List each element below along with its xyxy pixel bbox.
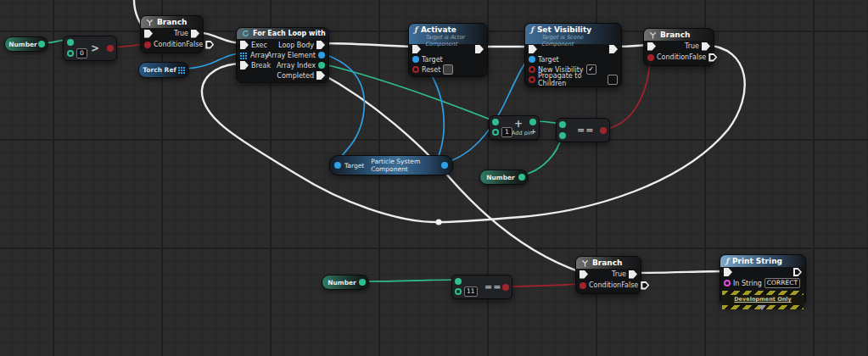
add-node[interactable]: 1 + Add pin +: [489, 115, 540, 140]
equals-node-1[interactable]: ==: [556, 118, 610, 142]
in-string-pin[interactable]: [724, 280, 731, 286]
exec-in-pin[interactable]: [529, 45, 537, 53]
int-input-b-pin[interactable]: [455, 288, 462, 295]
function-icon: ƒ: [414, 25, 417, 34]
true-exec-pin[interactable]: [629, 270, 637, 279]
condition-label: Condition: [657, 53, 689, 61]
completed-exec-pin[interactable]: [316, 71, 325, 80]
false-exec-pin[interactable]: [641, 281, 649, 290]
wire-int-number3-to-equals2[interactable]: [361, 280, 457, 281]
add-pin-plus-icon[interactable]: +: [530, 128, 536, 136]
exec-out-pin[interactable]: [475, 45, 484, 53]
int-input-a-pin[interactable]: [492, 119, 499, 125]
node-title: Activate: [421, 25, 456, 34]
int-input-b-pin[interactable]: [67, 50, 74, 57]
get-particle-system-component-node[interactable]: Target Particle System Component: [329, 155, 453, 175]
branch-icon: [581, 259, 589, 267]
exec-in-pin[interactable]: [240, 41, 249, 49]
int-input-a-pin[interactable]: [559, 121, 566, 128]
b-value-input[interactable]: 11: [464, 286, 478, 297]
greater-node[interactable]: 0 >: [63, 36, 117, 61]
propagate-pin[interactable]: [529, 76, 535, 83]
branch-node-2[interactable]: Branch True Condition False: [643, 28, 714, 66]
add-pin-label[interactable]: Add pin: [512, 130, 533, 136]
int-input-a-pin[interactable]: [455, 278, 462, 285]
wire-int-number2-to-equals1[interactable]: [521, 136, 562, 175]
bool-output-pin[interactable]: [502, 284, 509, 291]
target-pin[interactable]: [529, 56, 535, 63]
bool-output-pin[interactable]: [600, 127, 607, 134]
variable-torch-ref[interactable]: Torch Ref: [138, 62, 189, 78]
condition-pin[interactable]: [144, 42, 151, 48]
true-label: True: [174, 30, 188, 37]
int-output-pin[interactable]: [529, 119, 536, 125]
array-element-pin[interactable]: [318, 52, 325, 58]
exec-in-pin[interactable]: [580, 270, 588, 279]
bool-output-pin[interactable]: [107, 45, 114, 52]
true-label: True: [685, 42, 699, 50]
print-string-node[interactable]: ƒ Print String In StringCORRECT Developm…: [720, 254, 806, 305]
exec-in-pin[interactable]: [647, 42, 656, 51]
reset-pin[interactable]: [412, 66, 419, 73]
true-exec-pin[interactable]: [702, 42, 710, 51]
array-index-pin[interactable]: [318, 62, 325, 69]
expand-advanced-arrow-icon[interactable]: [758, 305, 766, 310]
branch-node-3[interactable]: Branch True Condition False: [575, 256, 641, 294]
reroute-node[interactable]: [436, 220, 442, 225]
target-pin[interactable]: [334, 162, 341, 169]
false-exec-pin[interactable]: [708, 53, 717, 62]
variable-number-2[interactable]: Number: [479, 170, 529, 185]
true-exec-pin[interactable]: [191, 30, 199, 38]
set-visibility-header: ƒSet Visibility Target is Scene Componen…: [525, 24, 621, 44]
branch-icon: [649, 31, 657, 39]
wire-object-torchref-to-foreach-array[interactable]: [182, 53, 242, 69]
wire-bool-equals2-to-branch3-condition[interactable]: [505, 284, 583, 286]
activate-node[interactable]: ƒActivate Target is Actor Component Targ…: [408, 23, 488, 77]
int-input-b-pin[interactable]: [492, 129, 499, 136]
propagate-checkbox[interactable]: [608, 75, 618, 85]
array-index-label: Array Index: [277, 62, 316, 70]
int-output-pin[interactable]: [359, 279, 366, 286]
int-output-pin[interactable]: [38, 41, 45, 47]
greater-operator: >: [91, 42, 99, 54]
variable-number-1[interactable]: Number: [4, 36, 48, 52]
array-input-pin[interactable]: [240, 52, 248, 59]
break-in-pin[interactable]: [240, 61, 249, 70]
variable-number-3[interactable]: Number: [322, 275, 369, 290]
int-input-a-pin[interactable]: [67, 39, 74, 46]
condition-pin[interactable]: [647, 54, 654, 61]
add-operator: +: [514, 118, 523, 130]
loop-icon: [242, 30, 249, 37]
loop-body-exec-pin[interactable]: [316, 41, 325, 49]
array-output-pin[interactable]: [178, 66, 186, 74]
false-exec-pin[interactable]: [205, 41, 214, 49]
in-string-input[interactable]: CORRECT: [764, 278, 800, 288]
equals-node-2[interactable]: 11 ==: [451, 275, 512, 299]
false-label: False: [186, 41, 203, 48]
node-title: Branch: [660, 31, 691, 39]
function-icon: ƒ: [725, 257, 729, 265]
component-output-pin[interactable]: [441, 162, 448, 169]
int-input-b-pin[interactable]: [559, 132, 566, 139]
exec-in-pin[interactable]: [144, 30, 153, 38]
condition-pin[interactable]: [580, 282, 586, 289]
branch-icon: [146, 19, 154, 26]
foreach-loop-with-break-node[interactable]: For Each Loop with Break Exec Array Brea…: [236, 27, 329, 83]
exec-out-pin[interactable]: [609, 45, 618, 53]
target-pin[interactable]: [412, 56, 419, 63]
exec-in-pin[interactable]: [412, 45, 421, 53]
wire-exec-foreach-loopbody-to-activate[interactable]: [322, 43, 414, 47]
node-title: For Each Loop with Break: [253, 30, 328, 37]
branch-header: Branch: [644, 29, 714, 41]
set-visibility-node[interactable]: ƒSet Visibility Target is Scene Componen…: [524, 23, 622, 87]
in-string-label: In String: [733, 280, 762, 287]
int-output-pin[interactable]: [518, 174, 525, 181]
branch-node-1[interactable]: Branch True Condition False: [140, 15, 204, 53]
exec-out-pin[interactable]: [793, 268, 802, 276]
variable-label: Number: [328, 279, 356, 286]
wire-exec-branch3-true-to-printstring[interactable]: [632, 271, 727, 273]
b-value-input[interactable]: 0: [76, 48, 87, 58]
reset-checkbox[interactable]: [443, 64, 453, 75]
exec-in-pin[interactable]: [724, 268, 732, 276]
blueprint-graph-canvas[interactable]: Number 0 > Branch True Condition False T…: [0, 0, 868, 356]
